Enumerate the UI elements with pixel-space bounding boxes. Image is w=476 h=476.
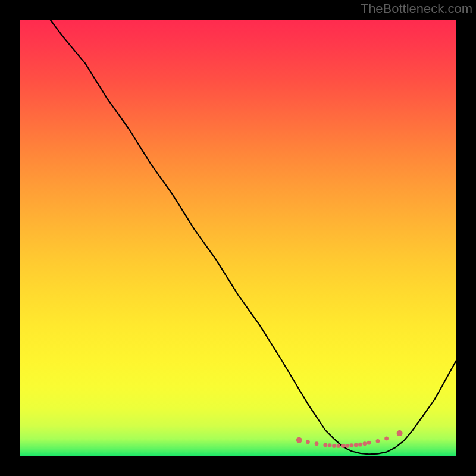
marker-dot (376, 439, 380, 443)
watermark-text: TheBottleneck.com (361, 1, 472, 17)
marker-dot (345, 444, 349, 448)
marker-dot (332, 444, 336, 448)
marker-dot (363, 441, 367, 446)
plot-area (20, 20, 456, 456)
chart-svg (20, 20, 456, 456)
bottleneck-curve-line (50, 20, 456, 454)
marker-dot (315, 441, 319, 446)
marker-dot (397, 430, 403, 436)
marker-dot (354, 443, 358, 447)
marker-dot (306, 440, 310, 444)
marker-dot (336, 444, 340, 448)
chart-container: TheBottleneck.com (0, 0, 476, 476)
marker-dot (358, 443, 362, 447)
marker-dot (323, 443, 327, 447)
marker-dot (328, 443, 332, 447)
marker-dot (349, 443, 353, 447)
optimal-range-markers (296, 430, 403, 448)
marker-dot (367, 441, 371, 445)
marker-dot (384, 437, 389, 441)
marker-dot (341, 444, 345, 448)
marker-dot (296, 437, 302, 443)
